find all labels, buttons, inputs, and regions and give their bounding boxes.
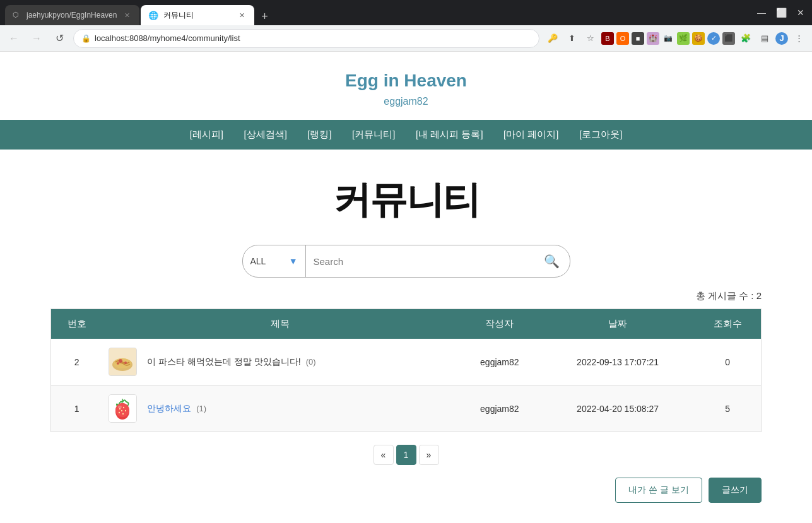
col-views: 조회수 (694, 309, 761, 339)
tab1-close[interactable]: ✕ (122, 11, 132, 20)
svg-point-4 (124, 361, 127, 364)
row1-comment-count: (0) (306, 357, 316, 367)
ext7-icon[interactable]: 🍪 (692, 32, 705, 45)
address-text: localhost:8088/myhome4/community/list (95, 33, 531, 43)
community-table: 번호 제목 작성자 날짜 조회수 2 (50, 309, 762, 432)
pagination-prev[interactable]: « (374, 445, 394, 465)
new-tab-button[interactable]: + (256, 8, 273, 25)
row2-views: 5 (694, 385, 761, 432)
row2-title-link[interactable]: 안녕하세요 (147, 403, 191, 414)
table-body: 2 (51, 339, 762, 432)
pagination: « 1 » (50, 445, 762, 465)
row2-id: 1 (51, 385, 103, 432)
nav-detail-search[interactable]: [상세검색] (244, 129, 286, 139)
row1-views: 0 (694, 339, 761, 385)
minimize-button[interactable]: — (755, 6, 768, 19)
bookmark-icon[interactable]: ☆ (582, 30, 599, 47)
svg-point-3 (119, 359, 122, 363)
nav-my-page[interactable]: [마이 페이지] (503, 129, 559, 139)
ext6-icon[interactable]: 🌿 (677, 32, 690, 45)
search-button[interactable]: 🔍 (541, 251, 562, 271)
row1-id: 2 (51, 339, 103, 385)
site-header: Egg in Heaven eggjam82 (0, 52, 812, 120)
close-button[interactable]: ✕ (794, 6, 807, 19)
col-date: 날짜 (541, 309, 695, 339)
row1-date: 2022-09-13 17:07:21 (541, 339, 695, 385)
ext4-icon[interactable]: 🏰 (647, 32, 659, 45)
row2-date: 2022-04-20 15:08:27 (541, 385, 695, 432)
col-author: 작성자 (458, 309, 541, 339)
row2-title-cell: 안녕하세요 (1) (102, 385, 458, 432)
svg-point-15 (118, 406, 122, 408)
row1-title-text: 이 파스타 해먹었는데 정말 맛있습니다! (147, 356, 300, 368)
search-input-wrapper: 🔍 (306, 251, 570, 271)
pagination-page-1[interactable]: 1 (396, 445, 416, 465)
restore-button[interactable]: ⬜ (774, 6, 789, 19)
toolbar-icons: 🔑 ⬆ ☆ B O ■ 🏰 📷 🌿 🍪 ✓ ⬛ 🧩 ▤ J ⋮ (544, 30, 807, 47)
ext9-icon[interactable]: ⬛ (722, 32, 735, 45)
address-bar-row: ← → ↺ 🔒 localhost:8088/myhome4/community… (0, 25, 812, 52)
pagination-next[interactable]: » (419, 445, 439, 465)
nav-logout[interactable]: [로그아웃] (579, 129, 622, 139)
row1-title-cell: 이 파스타 해먹었는데 정말 맛있습니다! (0) (102, 339, 458, 385)
reload-button[interactable]: ↺ (50, 30, 68, 47)
share-icon[interactable]: ⬆ (563, 30, 580, 47)
tab-1[interactable]: ⬡ jaehyukpyon/EggInHeaven ✕ (5, 5, 139, 25)
col-title: 제목 (102, 309, 458, 339)
table-header: 번호 제목 작성자 날짜 조회수 (51, 309, 762, 339)
menu-icon[interactable]: ⋮ (791, 30, 807, 47)
tab2-label: 커뮤니티 (163, 10, 194, 21)
svg-point-14 (121, 410, 122, 411)
nav-community[interactable]: [커뮤니티] (352, 129, 395, 139)
browser-chrome: ⬡ jaehyukpyon/EggInHeaven ✕ 🌐 커뮤니티 ✕ + —… (0, 0, 812, 25)
search-container: ALL 제목 내용 작성자 ▼ 🔍 (50, 245, 762, 278)
dropdown-arrow-icon: ▼ (289, 256, 298, 266)
lock-icon: 🔒 (81, 34, 91, 43)
svg-point-9 (119, 408, 121, 409)
tab2-close[interactable]: ✕ (237, 11, 247, 20)
svg-point-10 (123, 407, 124, 408)
main-section: 커뮤니티 ALL 제목 내용 작성자 ▼ 🔍 (0, 150, 812, 515)
row2-comment-count: (1) (196, 404, 206, 413)
row2-thumbnail (109, 394, 137, 423)
svg-point-11 (125, 410, 126, 411)
extensions-icon[interactable]: 🧩 (738, 30, 754, 47)
table-row: 1 (51, 385, 762, 432)
row1-thumbnail (109, 348, 137, 376)
pasta-image (109, 348, 136, 375)
ext5-icon[interactable]: 📷 (662, 32, 674, 45)
address-bar[interactable]: 🔒 localhost:8088/myhome4/community/list (73, 29, 539, 48)
back-button[interactable]: ← (5, 30, 23, 47)
forward-button[interactable]: → (28, 30, 45, 47)
search-select-wrapper[interactable]: ALL 제목 내용 작성자 ▼ (243, 245, 306, 277)
col-number: 번호 (51, 309, 103, 339)
search-category-select[interactable]: ALL 제목 내용 작성자 (250, 256, 288, 266)
nav-recipe[interactable]: [레시피] (190, 129, 223, 139)
ext8-icon[interactable]: ✓ (707, 32, 720, 45)
bottom-actions: 내가 쓴 글 보기 글쓰기 (50, 478, 762, 503)
tab1-favicon: ⬡ (13, 11, 21, 20)
write-button[interactable]: 글쓰기 (709, 478, 762, 503)
my-posts-button[interactable]: 내가 쓴 글 보기 (615, 478, 702, 503)
tab-2[interactable]: 🌐 커뮤니티 ✕ (141, 5, 254, 25)
page-content: Egg in Heaven eggjam82 [레시피] [상세검색] [랭킹]… (0, 52, 812, 515)
profile-icon[interactable]: J (775, 32, 788, 45)
nav-ranking[interactable]: [랭킹] (307, 129, 331, 139)
nav-my-recipe[interactable]: [내 레시피 등록] (416, 129, 483, 139)
key-icon[interactable]: 🔑 (544, 30, 561, 47)
ext2-icon[interactable]: O (616, 32, 629, 45)
ext3-icon[interactable]: ■ (632, 32, 644, 45)
svg-point-5 (117, 362, 119, 365)
ext1-icon[interactable]: B (601, 32, 614, 45)
table-row: 2 (51, 339, 762, 385)
sidebar-icon[interactable]: ▤ (756, 30, 773, 47)
browser-tabs: ⬡ jaehyukpyon/EggInHeaven ✕ 🌐 커뮤니티 ✕ + (5, 0, 273, 25)
svg-point-12 (119, 412, 120, 413)
tab-strip-controls: — ⬜ ✕ (755, 6, 807, 19)
post-count: 총 게시글 수 : 2 (50, 290, 762, 302)
site-title: Egg in Heaven (0, 71, 812, 91)
page-title: 커뮤니티 (50, 175, 762, 226)
search-input[interactable] (314, 256, 541, 267)
svg-point-8 (115, 403, 129, 417)
row1-author: eggjam82 (458, 339, 541, 385)
